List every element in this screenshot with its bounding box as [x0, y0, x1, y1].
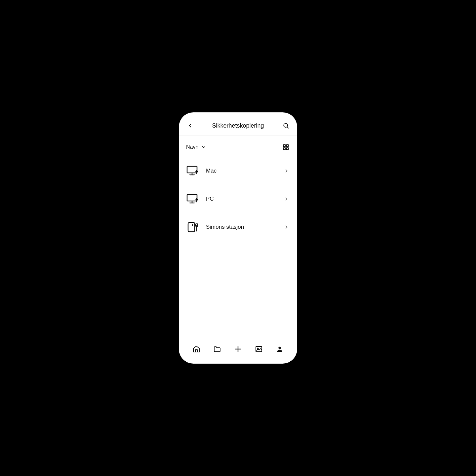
- tab-add[interactable]: [233, 344, 243, 354]
- folder-icon: [213, 345, 221, 353]
- computer-backup-icon: [186, 192, 199, 206]
- sort-button[interactable]: Navn: [186, 144, 206, 150]
- chevron-right-icon: [283, 168, 290, 174]
- view-toggle-button[interactable]: [282, 143, 290, 151]
- external-drive-icon: [186, 220, 199, 234]
- sort-label: Navn: [186, 144, 198, 150]
- list-item-mac[interactable]: Mac: [186, 157, 290, 185]
- home-icon: [192, 345, 200, 353]
- svg-rect-3: [287, 145, 289, 147]
- backup-list: Mac PC: [179, 157, 297, 339]
- tab-bar: [179, 339, 297, 364]
- svg-line-1: [287, 127, 289, 128]
- chevron-left-icon: [187, 123, 193, 129]
- list-item-label: Mac: [206, 168, 277, 174]
- grid-icon: [283, 144, 289, 150]
- image-icon: [255, 345, 263, 353]
- tab-files[interactable]: [213, 344, 222, 354]
- computer-backup-icon: [186, 164, 199, 178]
- person-icon: [276, 345, 283, 353]
- plus-icon: [234, 345, 242, 353]
- tab-photos[interactable]: [254, 344, 263, 354]
- list-item-pc[interactable]: PC: [186, 185, 290, 213]
- search-button[interactable]: [282, 122, 290, 130]
- svg-rect-2: [284, 145, 286, 147]
- svg-rect-4: [284, 148, 286, 150]
- tab-account[interactable]: [275, 344, 284, 354]
- sort-row: Navn: [179, 136, 297, 157]
- search-icon: [283, 122, 289, 129]
- chevron-right-icon: [283, 224, 290, 230]
- svg-rect-5: [287, 148, 289, 150]
- back-button[interactable]: [186, 122, 194, 130]
- list-item-label: PC: [206, 196, 277, 202]
- chevron-down-icon: [201, 144, 206, 150]
- page-title: Sikkerhetskopiering: [194, 122, 282, 129]
- tab-home[interactable]: [192, 344, 201, 354]
- header: Sikkerhetskopiering: [179, 112, 297, 136]
- list-item-drive[interactable]: Simons stasjon: [186, 213, 290, 241]
- svg-point-21: [278, 347, 281, 349]
- list-item-label: Simons stasjon: [206, 224, 277, 230]
- svg-rect-14: [188, 222, 195, 232]
- phone-frame: Sikkerhetskopiering Navn: [179, 112, 297, 364]
- chevron-right-icon: [283, 196, 290, 202]
